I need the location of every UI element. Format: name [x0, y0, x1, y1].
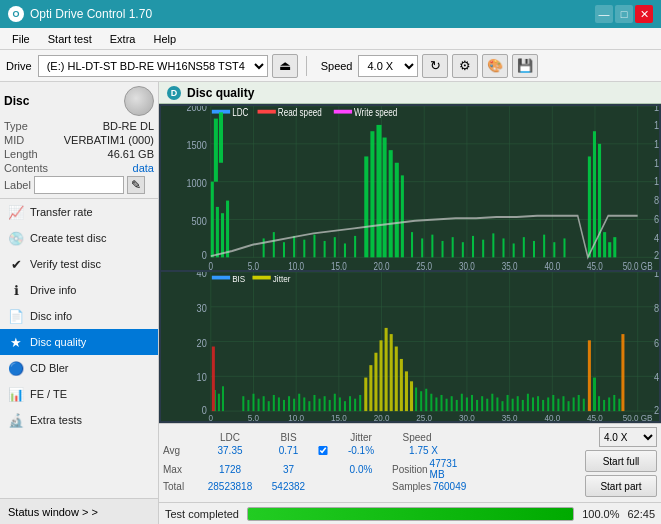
- sidebar-item-verify-test-disc[interactable]: ✔ Verify test disc: [0, 251, 158, 277]
- svg-rect-199: [547, 397, 549, 411]
- close-button[interactable]: ✕: [635, 5, 653, 23]
- fe-te-icon: 📊: [8, 386, 24, 402]
- avg-label: Avg: [163, 445, 199, 456]
- menu-help[interactable]: Help: [145, 31, 184, 47]
- svg-text:0: 0: [209, 412, 214, 421]
- svg-rect-79: [492, 233, 494, 257]
- sidebar-item-create-test-disc[interactable]: 💿 Create test disc: [0, 225, 158, 251]
- minimize-button[interactable]: —: [595, 5, 613, 23]
- start-full-button[interactable]: Start full: [585, 450, 657, 472]
- svg-text:20.0: 20.0: [374, 261, 390, 270]
- status-window[interactable]: Status window > >: [0, 498, 158, 524]
- svg-rect-169: [395, 346, 398, 411]
- sidebar-item-cd-bler[interactable]: 🔵 CD Bler: [0, 355, 158, 381]
- svg-rect-170: [400, 359, 403, 411]
- svg-text:8X: 8X: [654, 194, 659, 206]
- app-title: Opti Drive Control 1.70: [30, 7, 152, 21]
- svg-rect-57: [383, 138, 387, 258]
- svg-rect-157: [334, 394, 336, 411]
- svg-text:50.0 GB: 50.0 GB: [623, 261, 653, 270]
- svg-rect-195: [527, 394, 529, 411]
- svg-rect-212: [613, 395, 615, 411]
- svg-rect-89: [598, 144, 601, 258]
- bottom-chart: 40 30 20 10 0 10% 8% 6% 4% 2% 0 5.0 10.0…: [161, 272, 659, 421]
- svg-rect-164: [369, 365, 372, 411]
- samples-label: Samples: [392, 481, 431, 492]
- svg-rect-177: [435, 397, 437, 411]
- svg-rect-171: [405, 371, 408, 411]
- sidebar-item-fe-te[interactable]: 📊 FE / TE: [0, 381, 158, 407]
- svg-text:1000: 1000: [186, 177, 207, 189]
- svg-text:4X: 4X: [654, 232, 659, 244]
- svg-rect-179: [446, 399, 448, 411]
- drive-info-label: Drive info: [30, 284, 76, 296]
- eject-button[interactable]: ⏏: [272, 54, 298, 78]
- svg-rect-61: [263, 238, 265, 257]
- fe-te-label: FE / TE: [30, 388, 67, 400]
- svg-rect-161: [354, 399, 356, 411]
- svg-rect-72: [421, 238, 423, 257]
- svg-text:BIS: BIS: [232, 273, 245, 284]
- svg-text:30.0: 30.0: [459, 412, 475, 421]
- verify-test-disc-label: Verify test disc: [30, 258, 101, 270]
- svg-rect-176: [430, 394, 432, 411]
- svg-rect-143: [263, 396, 265, 411]
- svg-rect-163: [364, 378, 367, 412]
- label-input[interactable]: [34, 176, 124, 194]
- svg-rect-181: [456, 400, 458, 411]
- svg-rect-145: [273, 395, 275, 411]
- menu-start-test[interactable]: Start test: [40, 31, 100, 47]
- svg-rect-139: [242, 396, 244, 411]
- progress-area: Test completed 100.0% 62:45: [159, 502, 661, 524]
- menu-file[interactable]: File: [4, 31, 38, 47]
- svg-rect-56: [376, 125, 381, 257]
- svg-text:10%: 10%: [654, 272, 659, 279]
- status-text: Test completed: [165, 508, 239, 520]
- menu-extra[interactable]: Extra: [102, 31, 144, 47]
- jitter-checkbox[interactable]: [318, 446, 328, 455]
- svg-rect-92: [613, 237, 616, 257]
- disc-info-icon: 📄: [8, 308, 24, 324]
- drive-select[interactable]: (E:) HL-DT-ST BD-RE WH16NS58 TST4: [38, 55, 268, 77]
- svg-rect-207: [588, 340, 591, 411]
- avg-ldc: 37.35: [199, 445, 261, 456]
- svg-text:Write speed: Write speed: [354, 107, 397, 118]
- sidebar-item-extra-tests[interactable]: 🔬 Extra tests: [0, 407, 158, 433]
- speed-select-stats[interactable]: 4.0 X: [599, 427, 657, 447]
- app-icon: O: [8, 6, 24, 22]
- length-label: Length: [4, 148, 38, 160]
- sidebar-item-disc-quality[interactable]: ★ Disc quality: [0, 329, 158, 355]
- status-window-label: Status window > >: [8, 506, 98, 518]
- save-button[interactable]: 💾: [512, 54, 538, 78]
- sidebar: Disc Type BD-RE DL MID VERBATIM1 (000) L…: [0, 82, 159, 524]
- svg-text:30.0: 30.0: [459, 261, 475, 270]
- svg-rect-184: [471, 395, 473, 411]
- refresh-button[interactable]: ↻: [422, 54, 448, 78]
- top-chart-svg: 2000 1500 1000 500 0 18X 16X 14X 12X 10X…: [161, 106, 659, 270]
- position-value: 47731 MB: [430, 458, 458, 480]
- svg-rect-198: [542, 400, 544, 411]
- svg-rect-53: [219, 112, 223, 162]
- svg-rect-66: [313, 235, 315, 258]
- svg-rect-190: [501, 401, 503, 411]
- start-part-button[interactable]: Start part: [585, 475, 657, 497]
- sidebar-item-disc-info[interactable]: 📄 Disc info: [0, 303, 158, 329]
- label-edit-button[interactable]: ✎: [127, 176, 145, 194]
- theme-button[interactable]: 🎨: [482, 54, 508, 78]
- avg-speed: 1.75 X: [392, 445, 442, 456]
- svg-rect-203: [568, 401, 570, 411]
- restore-button[interactable]: □: [615, 5, 633, 23]
- speed-select[interactable]: 4.0 X: [358, 55, 418, 77]
- sidebar-item-drive-info[interactable]: ℹ Drive info: [0, 277, 158, 303]
- svg-rect-131: [212, 276, 230, 280]
- svg-text:5.0: 5.0: [248, 412, 259, 421]
- svg-text:4%: 4%: [654, 371, 659, 383]
- svg-rect-149: [293, 399, 295, 411]
- sidebar-item-transfer-rate[interactable]: 📈 Transfer rate: [0, 199, 158, 225]
- settings-button[interactable]: ⚙: [452, 54, 478, 78]
- max-jitter: 0.0%: [330, 464, 392, 475]
- svg-rect-172: [410, 381, 413, 411]
- svg-rect-194: [522, 400, 524, 411]
- svg-text:2%: 2%: [654, 404, 659, 416]
- svg-text:8%: 8%: [654, 302, 659, 314]
